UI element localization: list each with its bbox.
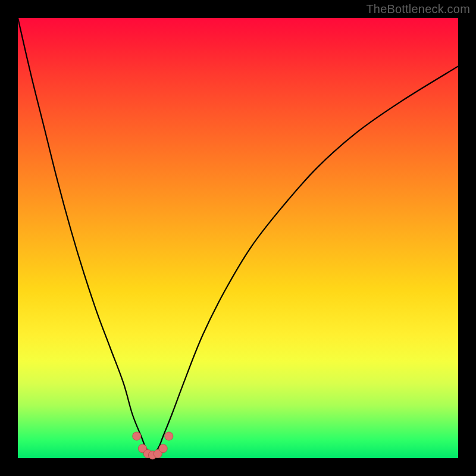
plot-area <box>18 18 458 458</box>
trough-markers-group <box>133 432 173 459</box>
trough-marker <box>159 444 167 453</box>
chart-svg <box>18 18 458 458</box>
bottleneck-curve <box>18 18 458 453</box>
watermark-text: TheBottleneck.com <box>366 2 470 16</box>
chart-frame: TheBottleneck.com <box>0 0 476 476</box>
trough-marker <box>133 432 141 440</box>
trough-marker <box>165 432 173 440</box>
